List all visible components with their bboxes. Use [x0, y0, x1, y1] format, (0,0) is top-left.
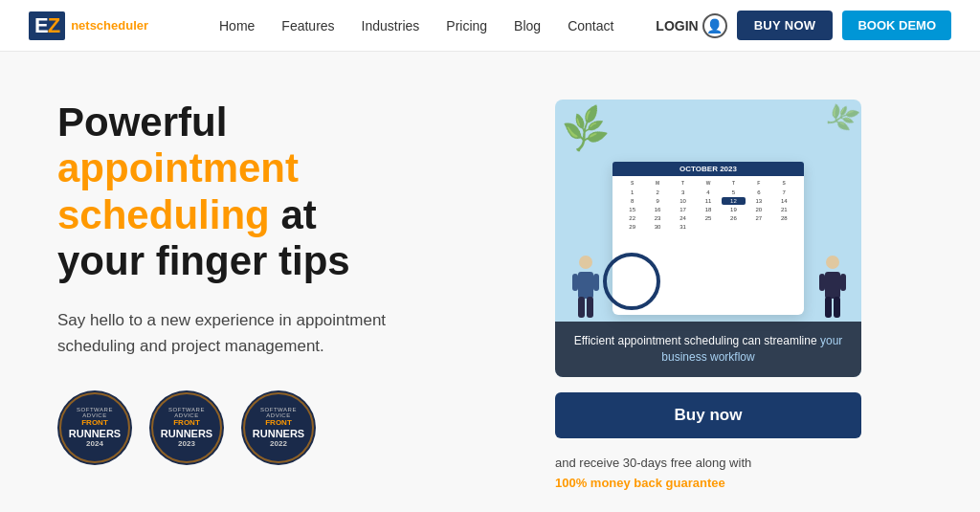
svg-rect-4 — [578, 297, 585, 318]
svg-rect-7 — [825, 272, 840, 299]
badge-2024: SoftwareAdvice FRONT RUNNERS 2024 — [57, 390, 132, 465]
user-icon: 👤 — [702, 13, 727, 38]
hero-subtext: Say hello to a new experience in appoint… — [57, 307, 421, 359]
leaf-icon-right: 🌿 — [823, 100, 861, 137]
headline-powerful: Powerful — [57, 100, 227, 145]
offer-text: and receive 30-days free along with 100%… — [555, 454, 871, 494]
nav-contact[interactable]: Contact — [568, 18, 613, 33]
leaf-icon-left: 🌿 — [559, 103, 613, 156]
hero-headline: Powerful appointment scheduling at your … — [57, 100, 517, 284]
login-link[interactable]: LOGIN 👤 — [656, 13, 726, 38]
offer-line1: and receive 30-days free along with — [555, 456, 751, 470]
login-label: LOGIN — [656, 18, 698, 33]
nav-book-demo-button[interactable]: BOOK DEMO — [842, 11, 951, 40]
nav-industries[interactable]: Industries — [362, 18, 420, 33]
money-back-text: 100% money back guarantee — [555, 476, 725, 490]
caption-bar: Efficient appointment scheduling can str… — [555, 322, 861, 377]
nav-buy-now-button[interactable]: BUY NOW — [737, 11, 834, 40]
svg-rect-1 — [578, 272, 593, 299]
headline-scheduling: scheduling — [57, 192, 270, 237]
nav-blog[interactable]: Blog — [514, 18, 541, 33]
test-drive-text: Or take a test drive with us — [555, 509, 871, 512]
svg-rect-2 — [572, 274, 578, 291]
nav-right: LOGIN 👤 BUY NOW BOOK DEMO — [656, 11, 951, 40]
nav-features[interactable]: Features — [281, 18, 334, 33]
headline-appointment: appointment — [57, 145, 299, 190]
caption-text: Efficient appointment scheduling can str… — [574, 334, 817, 347]
nav-pricing[interactable]: Pricing — [446, 18, 487, 33]
right-section: 🌿 🌿 OCTOBER 2023 S — [555, 100, 871, 512]
calendar-day-names: S M T W T F S — [620, 180, 796, 186]
nav-links: Home Features Industries Pricing Blog Co… — [177, 18, 656, 33]
main-content: Powerful appointment scheduling at your … — [0, 52, 980, 512]
svg-rect-9 — [840, 274, 846, 291]
badges-row: SoftwareAdvice FRONT RUNNERS 2024 Softwa… — [57, 390, 517, 465]
svg-point-6 — [826, 256, 839, 269]
logo-net: net — [71, 18, 90, 33]
hero-image: 🌿 🌿 OCTOBER 2023 S — [555, 100, 861, 377]
headline-fingertips: your finger tips — [57, 238, 350, 283]
badge-2023: SoftwareAdvice FRONT RUNNERS 2023 — [149, 390, 224, 465]
headline-at: at — [280, 192, 316, 237]
calendar-header: OCTOBER 2023 — [612, 162, 804, 176]
logo-text: netscheduler — [71, 18, 148, 33]
hero-buy-now-button[interactable]: Buy now — [555, 392, 861, 438]
svg-point-0 — [579, 256, 592, 269]
nav-home[interactable]: Home — [219, 18, 255, 33]
svg-rect-5 — [587, 297, 593, 318]
magnify-circle-icon — [603, 253, 660, 310]
person-left-figure — [567, 253, 605, 329]
logo-scheduler: scheduler — [90, 18, 148, 33]
logo-ez-block: EZ — [29, 11, 65, 40]
left-section: Powerful appointment scheduling at your … — [57, 100, 517, 512]
svg-rect-3 — [593, 274, 599, 291]
calendar-grid: 1 2 3 4 5 6 7 8 9 10 11 12 13 14 15 16 1 — [620, 189, 796, 231]
logo[interactable]: EZ netscheduler — [29, 11, 148, 40]
badge-2022: SoftwareAdvice FRONT RUNNERS 2022 — [241, 390, 316, 465]
person-right-figure — [813, 253, 852, 329]
svg-rect-8 — [819, 274, 825, 291]
svg-rect-10 — [825, 297, 832, 318]
svg-rect-11 — [834, 297, 840, 318]
navbar: EZ netscheduler Home Features Industries… — [0, 0, 980, 52]
